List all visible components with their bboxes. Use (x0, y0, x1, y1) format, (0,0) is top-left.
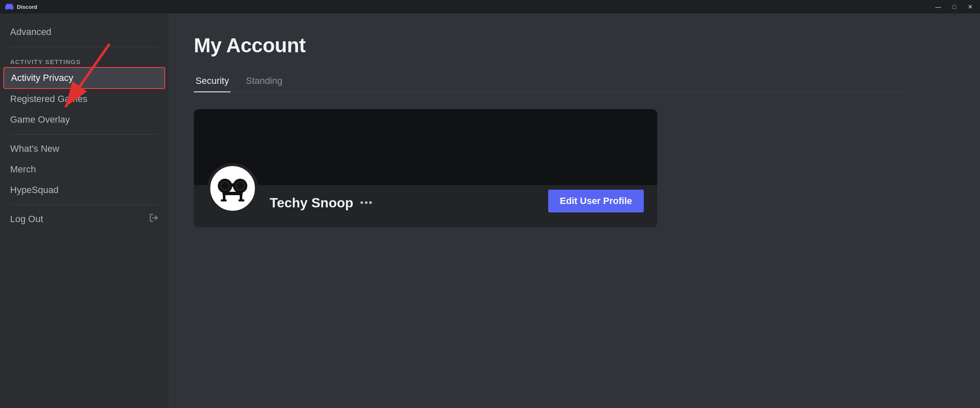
app-title: Discord (17, 4, 37, 10)
sidebar-item-registered-games[interactable]: Registered Games (3, 89, 165, 110)
page-title: My Account (194, 34, 902, 57)
minimize-button[interactable]: — (934, 2, 943, 11)
sidebar-divider-before-activity (10, 47, 158, 47)
profile-left: Techy Snoop ••• (207, 185, 373, 214)
avatar-container (207, 163, 258, 214)
svg-point-9 (237, 183, 244, 189)
svg-rect-10 (230, 183, 235, 187)
window-controls: — □ ✕ (934, 2, 975, 11)
svg-point-6 (222, 183, 228, 189)
sidebar-divider-bottom (10, 204, 158, 205)
profile-banner (194, 109, 657, 185)
sidebar-item-merch[interactable]: Merch (3, 159, 165, 180)
svg-rect-13 (221, 199, 227, 201)
activity-settings-section-label: ACTIVITY SETTINGS (3, 51, 165, 67)
sidebar-item-logout[interactable]: Log Out (3, 209, 165, 230)
profile-info: Techy Snoop ••• Edit User Profile (194, 185, 657, 227)
title-bar: Discord — □ ✕ (0, 0, 980, 13)
tab-standing[interactable]: Standing (244, 70, 284, 92)
sidebar-item-game-overlay[interactable]: Game Overlay (3, 110, 165, 130)
maximize-button[interactable]: □ (950, 2, 959, 11)
title-bar-left: Discord (5, 3, 37, 11)
app-body: Advanced ACTIVITY SETTINGS Activity Priv… (0, 13, 980, 408)
sidebar-item-whats-new[interactable]: What's New (3, 139, 165, 159)
username-dots: ••• (360, 197, 373, 209)
logout-icon (149, 213, 158, 225)
sidebar: Advanced ACTIVITY SETTINGS Activity Priv… (0, 13, 169, 408)
username-row: Techy Snoop ••• (270, 188, 373, 211)
discord-logo-icon (5, 3, 13, 11)
sidebar-item-hypesquad[interactable]: HypeSquad (3, 180, 165, 201)
svg-point-3 (212, 167, 254, 209)
svg-rect-15 (222, 192, 243, 195)
avatar (207, 163, 258, 214)
username: Techy Snoop (270, 195, 353, 211)
edit-user-profile-button[interactable]: Edit User Profile (548, 190, 644, 212)
close-button[interactable]: ✕ (966, 2, 975, 11)
sidebar-divider-mid (10, 134, 158, 134)
profile-card: Techy Snoop ••• Edit User Profile (194, 109, 657, 227)
tab-security[interactable]: Security (194, 70, 230, 92)
sidebar-item-advanced[interactable]: Advanced (3, 22, 165, 43)
svg-rect-14 (238, 199, 244, 201)
content-area: My Account Security Standing (169, 13, 927, 252)
main-content: My Account Security Standing (169, 13, 980, 408)
tabs: Security Standing (194, 70, 902, 92)
sidebar-item-activity-privacy[interactable]: Activity Privacy (3, 67, 165, 89)
